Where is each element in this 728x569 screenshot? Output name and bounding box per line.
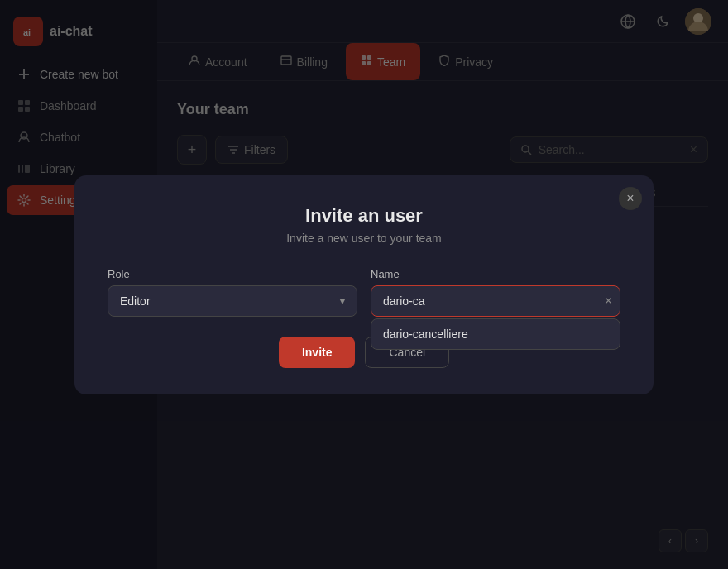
modal-overlay[interactable]: × Invite an user Invite a new user to yo… — [0, 0, 728, 569]
autocomplete-dropdown: dario-cancelliere — [371, 318, 620, 350]
autocomplete-item[interactable]: dario-cancelliere — [371, 319, 620, 349]
invite-button[interactable]: Invite — [279, 337, 356, 368]
role-label: Role — [108, 268, 357, 280]
name-label: Name — [371, 268, 620, 280]
role-select[interactable]: Editor Admin Viewer — [108, 285, 357, 317]
role-field: Role Editor Admin Viewer ▼ — [108, 268, 357, 317]
name-clear-icon[interactable]: × — [605, 294, 612, 308]
form-row: Role Editor Admin Viewer ▼ Name × — [108, 268, 620, 317]
invite-user-modal: × Invite an user Invite a new user to yo… — [74, 175, 654, 394]
name-field: Name × dario-cancelliere — [371, 268, 620, 317]
modal-subtitle: Invite a new user to your team — [108, 232, 620, 245]
name-input[interactable] — [371, 285, 620, 317]
modal-close-button[interactable]: × — [619, 187, 642, 210]
role-select-wrapper: Editor Admin Viewer ▼ — [108, 285, 357, 317]
modal-title: Invite an user — [108, 205, 620, 227]
name-input-wrapper: × — [371, 285, 620, 317]
